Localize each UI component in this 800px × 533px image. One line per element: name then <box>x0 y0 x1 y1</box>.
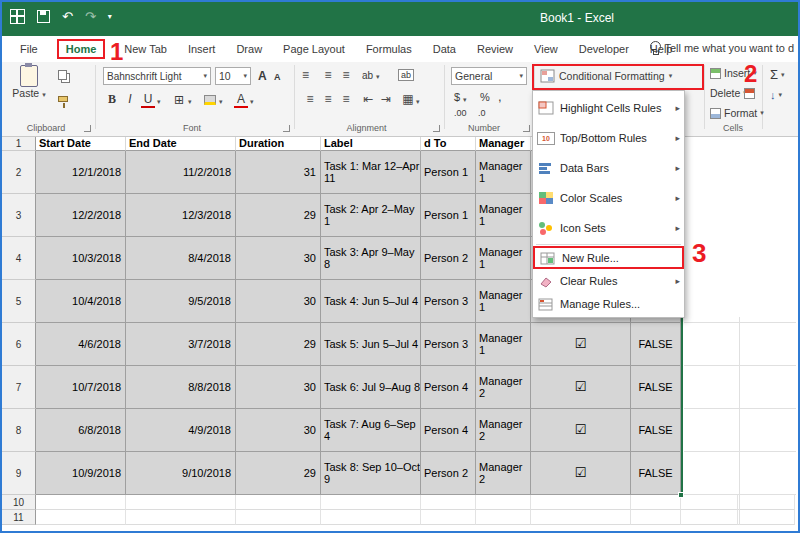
accounting-dropdown-icon[interactable]: ▾ <box>463 96 467 104</box>
cell-assigned[interactable]: Person 1 <box>421 151 476 194</box>
paste-button[interactable]: Paste ▾ <box>12 65 46 99</box>
cell-label[interactable]: Task 8: Sep 10–Oct 9 <box>321 452 421 495</box>
cell-start-date[interactable]: 10/9/2018 <box>36 452 126 495</box>
copy-button[interactable] <box>58 70 67 82</box>
empty-cell[interactable] <box>321 510 421 525</box>
cell-checkbox[interactable]: ☑ <box>531 452 631 495</box>
align-center-icon[interactable]: ≡ <box>320 92 336 106</box>
empty-cell[interactable] <box>631 510 681 525</box>
align-right-icon[interactable]: ≡ <box>338 92 354 106</box>
conditional-formatting-button[interactable]: Conditional Formatting ▾ <box>540 69 672 83</box>
cell-checkbox[interactable]: ☑ <box>531 366 631 409</box>
empty-cell[interactable] <box>738 495 795 510</box>
font-name-combo[interactable]: Bahnschrift Light ▾ <box>103 67 211 85</box>
cell-duration[interactable]: 29 <box>236 323 321 366</box>
empty-cell[interactable] <box>126 510 236 525</box>
menu-item-manage-rules[interactable]: Manage Rules... <box>533 292 684 315</box>
paste-dropdown-icon[interactable]: ▾ <box>42 91 46 98</box>
tab-data[interactable]: Data <box>431 41 458 57</box>
cell-duration[interactable]: 30 <box>236 280 321 323</box>
cell-end-date[interactable]: 8/4/2018 <box>126 237 236 280</box>
empty-cell[interactable] <box>321 495 421 510</box>
fill-color-icon[interactable] <box>204 95 216 105</box>
cell-label[interactable]: Task 4: Jun 5–Jul 4 <box>321 280 421 323</box>
number-format-combo[interactable]: General ▾ <box>451 67 527 85</box>
row-header-1[interactable]: 1 <box>2 137 36 151</box>
empty-cell[interactable] <box>476 510 531 525</box>
font-size-dropdown-icon[interactable]: ▾ <box>243 72 247 80</box>
tell-me-box[interactable]: Tell me what you want to d <box>648 41 794 55</box>
cell-duration[interactable]: 31 <box>236 151 321 194</box>
cell-assigned[interactable]: Person 4 <box>421 409 476 452</box>
cell-start-date[interactable]: 12/1/2018 <box>36 151 126 194</box>
cell-flag[interactable]: FALSE <box>631 452 681 495</box>
font-size-combo[interactable]: 10 ▾ <box>215 67 251 85</box>
row-header-8[interactable]: 8 <box>2 409 36 452</box>
cell-end-date[interactable]: 11/2/2018 <box>126 151 236 194</box>
wrap-text-icon[interactable]: ab <box>398 69 414 81</box>
cell-flag[interactable]: FALSE <box>631 366 681 409</box>
header-cell[interactable]: Manager <box>476 137 531 151</box>
cell-duration[interactable]: 30 <box>236 237 321 280</box>
tab-insert[interactable]: Insert <box>186 41 218 57</box>
font-color-dropdown-icon[interactable]: ▾ <box>250 98 254 106</box>
cell-assigned[interactable]: Person 3 <box>421 280 476 323</box>
tab-draw[interactable]: Draw <box>234 41 264 57</box>
cell-assigned[interactable]: Person 2 <box>421 237 476 280</box>
cell-end-date[interactable]: 8/8/2018 <box>126 366 236 409</box>
cell-assigned[interactable]: Person 1 <box>421 194 476 237</box>
row-header-7[interactable]: 7 <box>2 366 36 409</box>
cell-start-date[interactable]: 4/6/2018 <box>36 323 126 366</box>
customize-qat-icon[interactable]: ▾ <box>108 12 112 21</box>
decrease-decimal-icon[interactable]: .0 <box>478 108 486 118</box>
row-header-6[interactable]: 6 <box>2 323 36 366</box>
empty-cell[interactable] <box>476 495 531 510</box>
row-header-5[interactable]: 5 <box>2 280 36 323</box>
cell-manager[interactable]: Manager 1 <box>476 194 531 237</box>
row-header-9[interactable]: 9 <box>2 452 36 495</box>
row-header-2[interactable]: 2 <box>2 151 36 194</box>
cell-label[interactable]: Task 1: Mar 12–Apr 11 <box>321 151 421 194</box>
number-dialog-launcher-icon[interactable] <box>523 125 530 132</box>
empty-cell[interactable] <box>421 495 476 510</box>
grow-font-button[interactable]: A <box>258 69 267 83</box>
increase-indent-icon[interactable]: ⇥ <box>378 92 394 106</box>
menu-item-clear-rules[interactable]: Clear Rules ▸ <box>533 269 684 292</box>
cell-start-date[interactable]: 10/3/2018 <box>36 237 126 280</box>
cell-end-date[interactable]: 9/5/2018 <box>126 280 236 323</box>
clipboard-dialog-launcher-icon[interactable] <box>84 125 91 132</box>
cell-manager[interactable]: Manager 1 <box>476 280 531 323</box>
empty-cell[interactable] <box>681 495 738 510</box>
empty-cell[interactable] <box>421 510 476 525</box>
row-header-11[interactable]: 11 <box>2 510 36 525</box>
empty-cell[interactable] <box>631 495 681 510</box>
cell-checkbox[interactable]: ☑ <box>531 323 631 366</box>
align-left-icon[interactable]: ≡ <box>302 92 318 106</box>
menu-item-highlight-cells-rules[interactable]: Highlight Cells Rules ▸ <box>533 93 684 123</box>
cell-label[interactable]: Task 6: Jul 9–Aug 8 <box>321 366 421 409</box>
cell-manager[interactable]: Manager 1 <box>476 151 531 194</box>
cell-label[interactable]: Task 2: Apr 2–May 1 <box>321 194 421 237</box>
delete-cells-button[interactable]: Delete ▾ <box>710 87 747 99</box>
cell-end-date[interactable]: 4/9/2018 <box>126 409 236 452</box>
menu-item-data-bars[interactable]: Data Bars ▸ <box>533 153 684 183</box>
empty-cell[interactable] <box>236 495 321 510</box>
cell-start-date[interactable]: 10/7/2018 <box>36 366 126 409</box>
align-middle-icon[interactable]: ≡ <box>320 68 336 82</box>
cell-manager[interactable]: Manager 2 <box>476 409 531 452</box>
cell-duration[interactable]: 29 <box>236 194 321 237</box>
comma-style-icon[interactable]: , <box>498 89 502 104</box>
empty-cell[interactable] <box>738 510 795 525</box>
cell-start-date[interactable]: 6/8/2018 <box>36 409 126 452</box>
row-header-10[interactable]: 10 <box>2 495 36 510</box>
accounting-format-icon[interactable]: $ <box>454 91 460 103</box>
undo-icon[interactable]: ↶ <box>62 10 73 23</box>
fill-color-dropdown-icon[interactable]: ▾ <box>219 98 223 106</box>
empty-cell[interactable] <box>36 495 126 510</box>
tab-formulas[interactable]: Formulas <box>364 41 414 57</box>
increase-decimal-icon[interactable]: .00 <box>454 108 467 118</box>
header-cell[interactable]: d To <box>421 137 476 151</box>
format-painter-button[interactable] <box>58 92 68 104</box>
orientation-dropdown-icon[interactable]: ▾ <box>376 73 380 81</box>
cell-assigned[interactable]: Person 3 <box>421 323 476 366</box>
